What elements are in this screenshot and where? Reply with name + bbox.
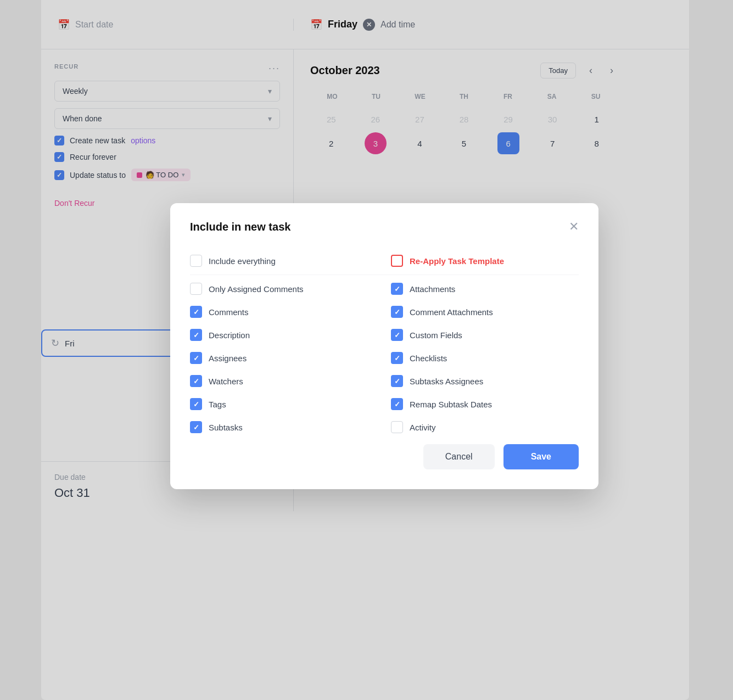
tags-row: Tags (190, 393, 378, 416)
assignees-label: Assignees (209, 354, 247, 363)
activity-label: Activity (410, 423, 436, 432)
subtasks-row: Subtasks (190, 416, 378, 439)
subtasks-assignees-label: Subtasks Assignees (410, 377, 483, 386)
re-apply-row: Re-Apply Task Template (391, 249, 579, 272)
comments-checkbox[interactable] (190, 306, 202, 318)
watchers-row: Watchers (190, 369, 378, 393)
re-apply-checkbox[interactable] (391, 255, 403, 267)
assignees-row: Assignees (190, 346, 378, 369)
subtasks-assignees-checkbox[interactable] (391, 375, 403, 387)
watchers-checkbox[interactable] (190, 375, 202, 387)
description-row: Description (190, 323, 378, 346)
include-everything-row: Include everything (190, 249, 378, 272)
comments-row: Comments (190, 300, 378, 323)
include-in-new-task-modal: Include in new task ✕ Include everything… (170, 203, 598, 489)
tags-label: Tags (209, 400, 226, 409)
custom-fields-checkbox[interactable] (391, 329, 403, 341)
checklists-label: Checklists (410, 354, 447, 363)
top-options-row: Include everything Re-Apply Task Templat… (190, 249, 579, 272)
cancel-button[interactable]: Cancel (423, 444, 495, 469)
assignees-checkbox[interactable] (190, 352, 202, 364)
checklists-row: Checklists (391, 346, 579, 369)
activity-checkbox[interactable] (391, 421, 403, 433)
modal-header: Include in new task ✕ (190, 220, 579, 234)
attachments-label: Attachments (410, 284, 455, 294)
modal-divider (190, 275, 579, 275)
remap-subtask-dates-row: Remap Subtask Dates (391, 393, 579, 416)
comment-attachments-row: Comment Attachments (391, 300, 579, 323)
remap-subtask-dates-label: Remap Subtask Dates (410, 400, 492, 409)
only-assigned-comments-row: Only Assigned Comments (190, 277, 378, 300)
include-everything-checkbox[interactable] (190, 255, 202, 267)
checkbox-grid: Only Assigned Comments Attachments Comme… (190, 277, 579, 439)
tags-checkbox[interactable] (190, 398, 202, 410)
comment-attachments-checkbox[interactable] (391, 306, 403, 318)
activity-row: Activity (391, 416, 579, 439)
subtasks-checkbox[interactable] (190, 421, 202, 433)
comments-label: Comments (209, 307, 249, 317)
only-assigned-comments-label: Only Assigned Comments (209, 284, 304, 294)
subtasks-assignees-row: Subtasks Assignees (391, 369, 579, 393)
subtasks-label: Subtasks (209, 423, 243, 432)
attachments-checkbox[interactable] (391, 283, 403, 295)
modal-close-button[interactable]: ✕ (569, 220, 579, 234)
remap-subtask-dates-checkbox[interactable] (391, 398, 403, 410)
save-button[interactable]: Save (503, 444, 579, 469)
include-everything-label: Include everything (209, 256, 276, 266)
description-label: Description (209, 331, 250, 340)
attachments-row: Attachments (391, 277, 579, 300)
custom-fields-label: Custom Fields (410, 331, 462, 340)
custom-fields-row: Custom Fields (391, 323, 579, 346)
description-checkbox[interactable] (190, 329, 202, 341)
comment-attachments-label: Comment Attachments (410, 307, 493, 317)
modal-footer: Cancel Save (190, 444, 579, 469)
checklists-checkbox[interactable] (391, 352, 403, 364)
re-apply-label: Re-Apply Task Template (410, 256, 504, 266)
watchers-label: Watchers (209, 377, 243, 386)
modal-title: Include in new task (190, 221, 290, 233)
only-assigned-comments-checkbox[interactable] (190, 283, 202, 295)
